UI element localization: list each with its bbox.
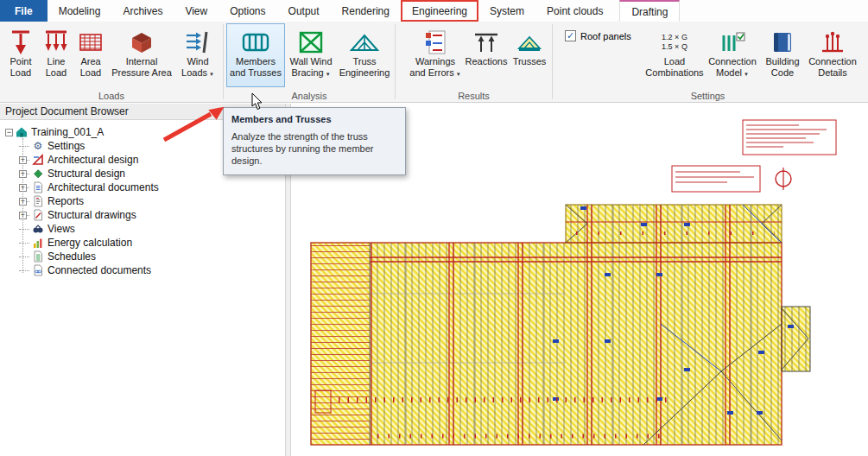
wall-wind-bracing-button[interactable]: Wall Wind Bracing▼ (285, 23, 337, 87)
tree-connector-line (22, 138, 23, 273)
roof-panels-checkbox[interactable]: ✓ (565, 30, 576, 41)
area-load-button[interactable]: Area Load (73, 23, 108, 87)
dropdown-caret-icon: ▼ (209, 72, 214, 77)
tree-item-reports[interactable]: + Reports (5, 194, 285, 208)
menu-tab-modeling[interactable]: Modeling (48, 0, 112, 22)
area-load-icon (78, 28, 104, 56)
menu-tab-options[interactable]: Options (219, 0, 276, 22)
building-code-icon (771, 28, 794, 56)
connection-model-icon (719, 28, 745, 56)
building-code-button[interactable]: Building Code (760, 23, 805, 87)
section-marker (776, 168, 791, 190)
tree-item-architectural-documents[interactable]: + Architectural documents (5, 180, 285, 194)
menu-tab-output[interactable]: Output (277, 0, 331, 22)
tree-item-schedules[interactable]: Schedules (5, 250, 285, 263)
line-load-label: Line Load (40, 56, 73, 79)
trusses-icon (516, 28, 542, 56)
load-combinations-label: Load Combinations (645, 56, 704, 79)
warnings-and-errors-icon (424, 28, 447, 56)
checkmark-icon: ✓ (567, 30, 574, 41)
wall-wind-bracing-icon (298, 28, 324, 56)
views-icon (31, 223, 45, 235)
settings-group-label: Settings (553, 91, 863, 101)
internal-pressure-area-button[interactable]: Internal Pressure Area (108, 23, 175, 87)
gear-icon: ⚙ (31, 140, 45, 152)
load-combinations-button[interactable]: 1.2 × G1.5 × Q Load Combinations (644, 23, 705, 87)
menu-tab-archives[interactable]: Archives (111, 0, 174, 22)
drawing-note-block-1 (743, 120, 836, 155)
line-load-icon (44, 28, 68, 56)
tooltip: Members and Trusses Analyze the strength… (223, 107, 406, 175)
tree-branch (19, 256, 29, 257)
wall-wind-bracing-label: Wall Wind Bracing▼ (286, 56, 336, 80)
line-load-button[interactable]: Line Load (39, 23, 73, 87)
schedule-icon (31, 250, 45, 263)
collapse-icon[interactable]: − (5, 129, 13, 136)
tree-branch (19, 243, 29, 244)
annotation-arrow-icon (154, 100, 236, 148)
trusses-label: Trusses (513, 56, 547, 67)
point-load-icon (10, 28, 32, 56)
truss-engineering-label: Truss Engineering (338, 56, 391, 79)
connection-details-icon (820, 28, 846, 56)
warnings-and-errors-button[interactable]: Warnings and Errors▼ (408, 23, 463, 87)
building-code-label: Building Code (761, 56, 804, 79)
truss-engineering-button[interactable]: Truss Engineering (337, 23, 392, 87)
roof-panels-label: Roof panels (580, 31, 631, 41)
reactions-button[interactable]: Reactions (463, 23, 510, 87)
roof-panels-checkbox-row[interactable]: ✓ Roof panels (561, 23, 644, 41)
menu-tab-system[interactable]: System (478, 0, 535, 22)
members-and-trusses-label: Members and Trusses (227, 56, 284, 79)
document-icon (31, 181, 45, 193)
menu-tab-engineering[interactable]: Engineering (401, 0, 478, 22)
tree-branch (19, 270, 29, 271)
report-icon (31, 195, 45, 207)
point-load-label: Point Load (3, 56, 38, 79)
drawing-icon (31, 209, 45, 221)
truss-engineering-icon (350, 28, 379, 56)
energy-calculation-icon (31, 237, 45, 249)
tree-item-views[interactable]: Views (5, 222, 285, 236)
wind-loads-button[interactable]: Wind Loads▼ (175, 23, 220, 87)
tree-item-structural-drawings[interactable]: + Structural drawings (5, 208, 285, 222)
tree-item-connected-documents[interactable]: Connected documents (5, 263, 285, 277)
ribbon-group-settings: ✓ Roof panels 1.2 × G1.5 × Q Load Combin… (553, 22, 863, 102)
area-load-label: Area Load (74, 56, 107, 79)
ribbon-group-analysis: Members and Trusses Wall Wind Bracing▼ T… (224, 22, 395, 102)
structural-design-icon (31, 168, 45, 180)
menu-tab-rendering[interactable]: Rendering (331, 0, 401, 22)
internal-pressure-area-icon (129, 28, 155, 56)
results-group-label: Results (396, 91, 552, 101)
menu-tab-point-clouds[interactable]: Point clouds (535, 0, 614, 22)
tooltip-title: Members and Trusses (231, 114, 397, 124)
drawing-note-block-2 (672, 166, 760, 192)
point-load-button[interactable]: Point Load (3, 23, 39, 87)
mouse-cursor-icon (251, 92, 264, 111)
menu-tab-drafting[interactable]: Drafting (619, 0, 680, 22)
plan-areas (311, 205, 810, 445)
connection-model-button[interactable]: Connection Model▼ (705, 23, 760, 87)
ribbon-group-results: Warnings and Errors▼ Reactions Trusses R… (396, 22, 552, 102)
reactions-icon (473, 28, 499, 56)
menu-tab-view[interactable]: View (174, 0, 219, 22)
tree-item-energy-calculation[interactable]: Energy calculation (5, 236, 285, 250)
members-and-trusses-icon (242, 28, 269, 56)
members-and-trusses-button[interactable]: Members and Trusses (226, 23, 285, 87)
menu-bar: File Modeling Archives View Options Outp… (0, 0, 868, 22)
connection-details-button[interactable]: Connection Details (805, 23, 860, 87)
application-window: File Modeling Archives View Options Outp… (0, 0, 868, 456)
tree-branch (19, 229, 29, 230)
menu-tab-file[interactable]: File (0, 0, 48, 22)
ribbon-group-loads: Point Load Line Load Area Load Internal … (0, 22, 223, 102)
internal-pressure-area-label: Internal Pressure Area (109, 56, 174, 79)
trusses-button[interactable]: Trusses (510, 23, 549, 87)
ribbon: Point Load Line Load Area Load Internal … (0, 22, 868, 103)
tooltip-body: Analyze the strength of the truss struct… (231, 130, 397, 167)
analysis-group-label: Analysis (224, 91, 395, 101)
load-combinations-icon: 1.2 × G1.5 × Q (662, 28, 687, 56)
architectural-design-icon (31, 154, 45, 166)
dropdown-caret-icon: ▼ (326, 72, 331, 77)
wind-loads-icon (185, 28, 211, 56)
reactions-label: Reactions (466, 56, 508, 67)
house-icon (15, 126, 29, 138)
